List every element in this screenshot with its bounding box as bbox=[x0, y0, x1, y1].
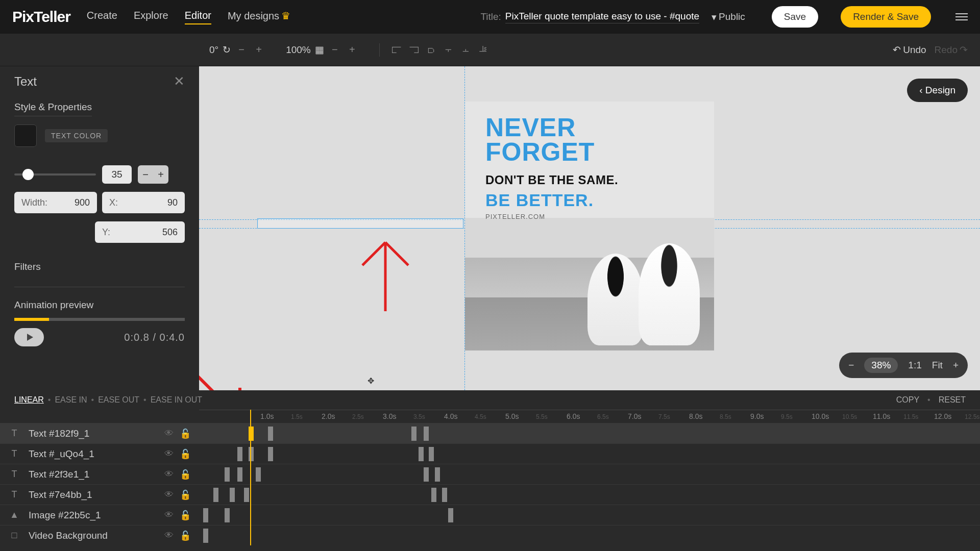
layer-row[interactable]: T Text #182f9_1 👁 🔓 bbox=[0, 423, 980, 443]
keyframe[interactable] bbox=[424, 467, 429, 482]
keyframe[interactable] bbox=[213, 488, 218, 502]
keyframe[interactable] bbox=[431, 488, 436, 502]
layer-row[interactable]: T Text #2f3e1_1 👁 🔓 bbox=[0, 464, 980, 484]
design-mode-button[interactable]: ‹ Design bbox=[907, 79, 968, 102]
canvas[interactable]: ‹ Design NEVERFORGET DON'T BE THE SAME. … bbox=[199, 66, 980, 390]
nav-mydesigns[interactable]: My designs♛ bbox=[228, 10, 290, 24]
ease-in[interactable]: EASE IN bbox=[55, 395, 87, 405]
rotate-icon[interactable]: ↻ bbox=[223, 44, 231, 56]
anim-progress[interactable] bbox=[14, 318, 185, 321]
align-middle-icon[interactable]: ⫠ bbox=[459, 43, 473, 57]
headline-text[interactable]: NEVERFORGET bbox=[485, 116, 595, 164]
visibility-icon[interactable]: 👁 bbox=[164, 530, 174, 541]
keyframe[interactable] bbox=[237, 467, 242, 482]
keyframe[interactable] bbox=[203, 508, 208, 522]
keyframe[interactable] bbox=[424, 427, 429, 441]
keyframe[interactable] bbox=[429, 447, 434, 461]
lock-icon[interactable]: 🔓 bbox=[180, 428, 191, 439]
keyframe[interactable] bbox=[230, 488, 235, 502]
text-color-swatch[interactable] bbox=[14, 124, 37, 147]
logo[interactable]: PixTeller bbox=[12, 8, 70, 26]
y-input[interactable]: Y:506 bbox=[95, 221, 185, 243]
ease-linear[interactable]: LINEAR bbox=[14, 395, 44, 405]
zoom-percent[interactable]: 38% bbox=[864, 358, 898, 373]
visibility-toggle[interactable]: ▾ Public bbox=[712, 11, 745, 23]
keyframe[interactable] bbox=[268, 427, 273, 441]
keyframe[interactable] bbox=[237, 447, 242, 461]
menu-icon[interactable] bbox=[955, 13, 968, 20]
save-button[interactable]: Save bbox=[772, 6, 818, 28]
sub-text[interactable]: DON'T BE THE SAME. bbox=[485, 173, 618, 187]
ease-inout[interactable]: EASE IN OUT bbox=[151, 395, 202, 405]
visibility-icon[interactable]: 👁 bbox=[164, 448, 174, 460]
keyframe[interactable] bbox=[411, 427, 416, 441]
lock-icon[interactable]: 🔓 bbox=[180, 510, 191, 521]
play-button[interactable] bbox=[14, 328, 44, 346]
playhead[interactable] bbox=[250, 410, 251, 545]
layer-track[interactable] bbox=[199, 444, 980, 464]
url-text[interactable]: PIXTELLER.COM bbox=[485, 213, 545, 220]
rotate-minus[interactable]: − bbox=[235, 43, 248, 57]
layer-track[interactable] bbox=[199, 423, 980, 444]
layer-row[interactable]: ▲ Image #22b5c_1 👁 🔓 bbox=[0, 505, 980, 525]
lock-icon[interactable]: 🔓 bbox=[180, 448, 191, 460]
visibility-icon[interactable]: 👁 bbox=[164, 510, 174, 521]
artboard[interactable]: NEVERFORGET DON'T BE THE SAME. BE BETTER… bbox=[465, 102, 714, 350]
filters-section[interactable]: Filters bbox=[14, 261, 185, 272]
ease-out[interactable]: EASE OUT bbox=[98, 395, 139, 405]
x-input[interactable]: X:90 bbox=[102, 192, 185, 213]
lock-icon[interactable]: 🔓 bbox=[180, 489, 191, 500]
keyframe[interactable] bbox=[448, 508, 453, 522]
close-icon[interactable]: ✕ bbox=[174, 73, 185, 89]
keyframe[interactable] bbox=[249, 447, 254, 461]
layer-track[interactable] bbox=[199, 485, 980, 505]
align-bottom-icon[interactable]: ⫡ bbox=[477, 43, 490, 57]
nav-editor[interactable]: Editor bbox=[185, 10, 211, 24]
rotate-plus[interactable]: + bbox=[252, 43, 265, 57]
keyframe[interactable] bbox=[435, 467, 440, 482]
time-ruler[interactable]: 1.0s1.5s2.0s2.5s3.0s3.5s4.0s4.5s5.0s5.5s… bbox=[199, 410, 980, 423]
layer-track[interactable] bbox=[199, 525, 980, 546]
selection-box[interactable]: ✥ bbox=[257, 218, 463, 229]
align-center-icon[interactable]: ⫎ bbox=[407, 43, 421, 57]
zoom-in[interactable]: + bbox=[953, 360, 959, 371]
size-minus[interactable]: − bbox=[138, 165, 153, 184]
keyframe[interactable] bbox=[249, 427, 254, 441]
keyframe[interactable] bbox=[203, 529, 208, 543]
align-top-icon[interactable]: ⫟ bbox=[442, 43, 455, 57]
slider-thumb[interactable] bbox=[22, 169, 34, 180]
lock-icon[interactable]: 🔓 bbox=[180, 469, 191, 480]
keyframe[interactable] bbox=[225, 508, 230, 522]
size-slider[interactable] bbox=[14, 173, 96, 176]
keyframe[interactable] bbox=[225, 467, 230, 482]
align-left-icon[interactable]: ⫍ bbox=[390, 43, 403, 57]
keyframe[interactable] bbox=[256, 467, 261, 482]
render-save-button[interactable]: Render & Save bbox=[841, 6, 931, 28]
copy-button[interactable]: COPY bbox=[896, 395, 919, 405]
reset-button[interactable]: RESET bbox=[939, 395, 966, 405]
zoom-ratio[interactable]: 1:1 bbox=[908, 360, 921, 371]
zoom-out[interactable]: − bbox=[848, 360, 854, 371]
opacity-plus[interactable]: + bbox=[346, 43, 359, 57]
keyframe[interactable] bbox=[442, 488, 447, 502]
layer-track[interactable] bbox=[199, 464, 980, 485]
title-input[interactable]: PixTeller quote template easy to use - #… bbox=[505, 11, 699, 23]
visibility-icon[interactable]: 👁 bbox=[164, 469, 174, 480]
keyframe[interactable] bbox=[244, 488, 249, 502]
undo-button[interactable]: ↶ Undo bbox=[893, 44, 926, 56]
size-plus[interactable]: + bbox=[153, 165, 168, 184]
layer-row[interactable]: □ Video Background 👁 🔓 bbox=[0, 525, 980, 545]
size-input[interactable]: 35 bbox=[102, 165, 132, 184]
lock-icon[interactable]: 🔓 bbox=[180, 530, 191, 541]
nav-explore[interactable]: Explore bbox=[134, 10, 168, 24]
width-input[interactable]: Width:900 bbox=[14, 192, 97, 213]
layer-track[interactable] bbox=[199, 505, 980, 525]
keyframe[interactable] bbox=[268, 447, 273, 461]
opacity-minus[interactable]: − bbox=[328, 43, 341, 57]
zoom-fit[interactable]: Fit bbox=[932, 360, 943, 371]
keyframe[interactable] bbox=[419, 447, 424, 461]
nav-create[interactable]: Create bbox=[87, 10, 117, 24]
layer-row[interactable]: T Text #7e4bb_1 👁 🔓 bbox=[0, 484, 980, 505]
layer-row[interactable]: T Text #_uQo4_1 👁 🔓 bbox=[0, 443, 980, 464]
align-right-icon[interactable]: ⫐ bbox=[425, 43, 438, 57]
